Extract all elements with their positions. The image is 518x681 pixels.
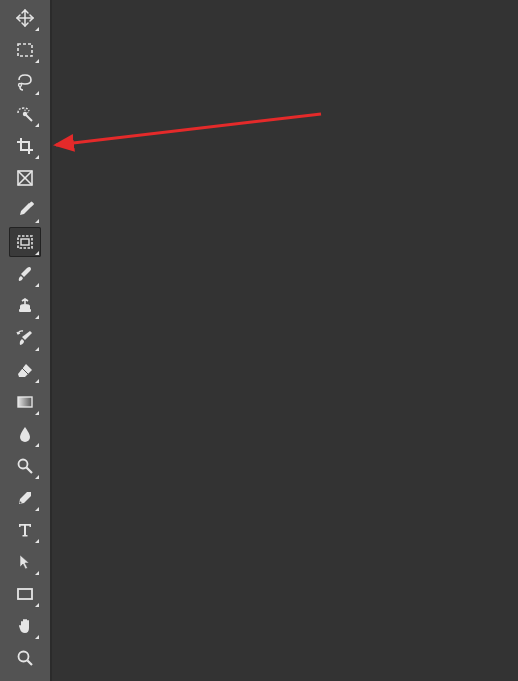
magic-wand-tool[interactable]: [9, 99, 41, 129]
document-canvas[interactable]: [54, 0, 518, 681]
flyout-indicator: [35, 91, 39, 95]
svg-point-3: [19, 84, 22, 87]
hand-tool[interactable]: [9, 611, 41, 641]
svg-rect-2: [18, 44, 32, 56]
flyout-indicator: [35, 315, 39, 319]
flyout-indicator: [35, 539, 39, 543]
svg-line-22: [28, 661, 33, 666]
flyout-indicator: [35, 27, 39, 31]
frame-tool[interactable]: [9, 227, 41, 257]
svg-line-7: [27, 112, 28, 113]
clone-stamp-icon: [15, 296, 35, 316]
flyout-indicator: [35, 635, 39, 639]
rectangular-marquee-tool[interactable]: [9, 35, 41, 65]
eyedropper-tool[interactable]: [9, 195, 41, 225]
flyout-indicator: [35, 475, 39, 479]
eraser-tool[interactable]: [9, 355, 41, 385]
flyout-indicator: [35, 507, 39, 511]
flyout-indicator: [35, 411, 39, 415]
history-brush-icon: [15, 328, 35, 348]
gradient-tool[interactable]: [9, 387, 41, 417]
flyout-indicator: [35, 443, 39, 447]
svg-point-21: [19, 652, 29, 662]
gradient-icon: [15, 392, 35, 412]
rectangle-shape-tool[interactable]: [9, 579, 41, 609]
svg-rect-20: [18, 589, 32, 599]
type-tool[interactable]: [9, 515, 41, 545]
svg-rect-12: [18, 236, 32, 248]
slice-icon: [15, 168, 35, 188]
path-selection-icon: [15, 552, 35, 572]
svg-rect-14: [19, 309, 31, 312]
type-icon: [15, 520, 35, 540]
slice-tool[interactable]: [9, 163, 41, 193]
svg-point-17: [19, 460, 28, 469]
dodge-icon: [15, 456, 35, 476]
flyout-indicator: [35, 571, 39, 575]
blur-icon: [15, 424, 35, 444]
hand-icon: [15, 616, 35, 636]
path-selection-tool[interactable]: [9, 547, 41, 577]
flyout-indicator: [35, 219, 39, 223]
dodge-tool[interactable]: [9, 451, 41, 481]
move-icon: [15, 8, 35, 28]
pen-tool[interactable]: [9, 483, 41, 513]
frame-icon: [15, 232, 35, 252]
svg-point-19: [20, 502, 22, 504]
zoom-tool[interactable]: [9, 643, 41, 673]
flyout-indicator: [35, 379, 39, 383]
eraser-icon: [15, 360, 35, 380]
history-brush-tool[interactable]: [9, 323, 41, 353]
flyout-indicator: [35, 155, 39, 159]
brush-tool[interactable]: [9, 259, 41, 289]
svg-point-5: [23, 112, 27, 116]
zoom-icon: [15, 648, 35, 668]
flyout-indicator: [35, 123, 39, 127]
rectangular-marquee-icon: [15, 40, 35, 60]
move-tool[interactable]: [9, 3, 41, 33]
pen-icon: [15, 488, 35, 508]
brush-icon: [15, 264, 35, 284]
svg-line-18: [27, 468, 33, 474]
flyout-indicator: [35, 283, 39, 287]
rectangle-shape-icon: [15, 584, 35, 604]
flyout-indicator: [35, 251, 39, 255]
svg-rect-16: [18, 397, 32, 407]
eyedropper-icon: [15, 200, 35, 220]
svg-rect-13: [21, 239, 29, 245]
tools-panel: [0, 0, 52, 681]
lasso-icon: [15, 72, 35, 92]
crop-tool[interactable]: [9, 131, 41, 161]
crop-icon: [15, 136, 35, 156]
blur-tool[interactable]: [9, 419, 41, 449]
flyout-indicator: [35, 347, 39, 351]
flyout-indicator: [35, 603, 39, 607]
clone-stamp-tool[interactable]: [9, 291, 41, 321]
lasso-tool[interactable]: [9, 67, 41, 97]
flyout-indicator: [35, 59, 39, 63]
magic-wand-icon: [15, 104, 35, 124]
